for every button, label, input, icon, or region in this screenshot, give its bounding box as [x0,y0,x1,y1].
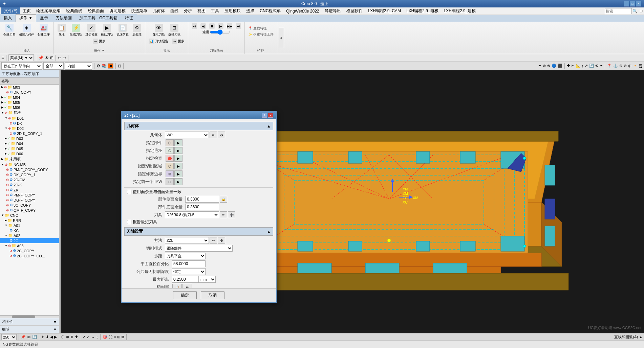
anim-play-btn[interactable]: ▶ [217,23,225,29]
bt-icon-10[interactable]: ⊗ [70,335,73,339]
specify-part-btn-2[interactable]: ▶ [174,139,183,146]
tree-item-a01[interactable]: ▼ 📁 A01 [0,223,59,228]
tree-item-3c-copy[interactable]: ⊘ ⚙ 3C_COPY [0,203,59,208]
sec-icon-4[interactable]: 🔵 [552,64,556,68]
close-button[interactable]: × [636,1,641,6]
bottom-stock-input[interactable] [185,204,219,210]
grid-icon[interactable]: ⊞ [50,55,53,60]
tree-item-qm-f-copy[interactable]: ⊘ ⚙ QM-F_COPY [0,208,59,213]
menu-item-view[interactable]: 视图 [195,7,208,15]
expand-nc-mb[interactable]: ▼ [1,163,4,166]
specify-trim-btn-1[interactable]: ⊞ [166,170,174,177]
dialog-confirm-button[interactable]: 确定 [173,291,197,299]
anim-stop-btn[interactable]: ⏹ [208,23,216,29]
bt-icon-20[interactable]: ⧉ [122,335,124,339]
menu-item-lxh-cam[interactable]: LXH编程2.9_CAM [365,7,404,15]
tree-item-dk-copy-1[interactable]: ⊘ ⚙ DK_COPY_1 [0,172,59,177]
menu-item-import[interactable]: 导进导出 [322,7,344,15]
tree-item-2c-copy-co[interactable]: ⊘ ⚙ 2C_COPY_CO... [0,253,59,258]
tree-item-d02[interactable]: ▼ ⊘ 📁 D02 [0,126,59,131]
menu-item-analysis[interactable]: 分析 [181,7,195,15]
menu-item-lxh-edm[interactable]: LXH编程2.9_电极 [404,7,441,15]
rtab-operate[interactable]: 操作 ▼ [16,14,36,22]
bt-icon-7[interactable]: ▶ [54,335,57,339]
tree-item-m05[interactable]: ▶ ✓ 📁 M05 [0,100,59,105]
sec-icon-5[interactable]: ⬛ [558,64,562,68]
specify-cut-btn-1[interactable]: ⬡ [166,163,174,169]
method-select[interactable]: ZZL [165,237,209,244]
expand-weiyong[interactable]: ▶ [1,158,3,161]
specify-cut-btn-2[interactable]: ▶ [174,163,183,169]
cut-level-btn-2[interactable]: ✏ [183,284,192,288]
bt-icon-12[interactable]: ↗ [82,335,85,339]
menu-item-moldsoftware[interactable]: 模圣软件 [344,7,365,15]
dialog-help-button[interactable]: ? [262,113,267,118]
zoom-select[interactable]: 250 [1,334,17,340]
tree-item-dg-f-copy[interactable]: ⊘ ⚙ DG-F_COPY [0,198,59,203]
max-depth-unit-select[interactable]: mm [199,276,216,283]
menu-item-appmodule[interactable]: 应用模块 [222,7,243,15]
expand-d02[interactable]: ▼ [5,127,7,130]
undo-icon[interactable]: ↩ [58,55,61,60]
anim-end-btn[interactable]: ⏭ [234,23,242,29]
geometry-settings-btn[interactable]: ⚙ [218,132,225,138]
specify-trim-btn-2[interactable]: ▶ [174,170,183,177]
expand-d03[interactable]: ▶ [5,137,7,140]
anim-forward-btn[interactable]: ▶▶ [226,23,234,29]
create-tool-btn[interactable]: 🔧 创建刀具 [2,23,17,38]
sec-icon-r1[interactable]: ✚ [567,64,570,68]
geometry-select[interactable]: WP [165,132,209,138]
sec-color-icon[interactable]: ■ [108,63,113,69]
tree-item-rrr[interactable]: ▶ 📁 RRR [0,218,59,223]
tree-item-cnc[interactable]: ▼ 📁 CNC [0,213,59,218]
expand-d05[interactable]: ▶ [5,147,7,150]
step-select[interactable]: 刀具平直 [165,253,206,259]
specify-part-btn-1[interactable]: ⬡ [166,139,174,146]
tree-area[interactable]: ▶ ⊘ 📁 M03 ⊘ ⚙ DK_COPY ▶ ✓ 📁 M04 ▶ ✓ [0,85,59,315]
ribbon-more-btn[interactable]: » [279,28,284,48]
menu-select[interactable]: 菜单(M) ▼ [8,54,34,61]
bt-icon-3[interactable]: 🔄 [32,335,37,339]
bt-icon-19[interactable]: ⊞ [117,335,120,339]
menu-item-cnc[interactable]: CNC程式单 [257,7,283,15]
tree-item-d05[interactable]: ▶ ✓ 📁 D05 [0,146,59,151]
menu-item-geometry[interactable]: 几何体 [150,7,168,15]
minimize-button[interactable]: － [624,1,629,6]
sec-icon-2[interactable]: ⊕ [543,64,546,68]
cut-level-btn-1[interactable]: 📋 [172,284,182,288]
footer-details[interactable]: 细节 ▼ [0,326,59,333]
sec-icon-r4[interactable]: ↕ [582,64,584,68]
sec-icon-r3[interactable]: 📐 [576,64,580,68]
anim-back-btn[interactable]: ⏮ [190,23,198,29]
sec-icon-r7[interactable]: ⟲ [595,64,598,68]
specify-ipw-btn-1[interactable]: ◻ [166,178,174,185]
sec-display-icon[interactable]: ⊡ [118,64,121,68]
bt-icon-5[interactable]: ⬇ [46,335,49,339]
tree-item-d03[interactable]: ▶ ✓ 📁 D03 [0,136,59,141]
expand-d04[interactable]: ▶ [5,142,7,145]
tree-item-zk[interactable]: ⊘ ⚙ ZK [0,187,59,192]
checkbox-report-tool[interactable] [127,220,131,224]
menu-item-lxh-build[interactable]: LXH编程2.9_建模 [441,7,479,15]
method-edit-btn[interactable]: ✏ [210,237,217,244]
expand-diban[interactable]: ▼ [1,111,4,114]
simulate-btn[interactable]: ▶ 确认刀轨 [100,23,114,38]
more-op-btn[interactable]: ⋯ 更多 [91,38,107,44]
tree-item-diban[interactable]: ▼ ⊘ 📁 底板 [0,110,59,116]
tree-item-dk[interactable]: ⊘ ⚙ DK [0,121,59,126]
sec-icon-r5[interactable]: ↗ [585,64,588,68]
menu-item-home[interactable]: 主页 [20,7,34,15]
tree-item-m04[interactable]: ▶ ✓ 📁 M04 [0,95,59,100]
sec-icon-1[interactable]: ✦ [538,64,541,68]
expand-m03[interactable]: ▶ [1,86,3,89]
tree-item-d01[interactable]: ▼ ⊘ 📁 D01 [0,116,59,121]
sec-icon-rr7[interactable]: ⛓ [639,64,643,68]
verify-btn[interactable]: ✓ 过切检查 [84,23,99,38]
rtab-features[interactable]: 特征 [121,14,137,22]
sec-icon-r8[interactable]: ✦ [600,64,603,68]
menu-item-classic-curve[interactable]: 经典曲线 [63,7,85,15]
specify-ipw-btn-2[interactable]: ▶ [174,178,183,185]
tree-item-m03[interactable]: ▶ ⊘ 📁 M03 [0,85,59,90]
specify-check-btn-2[interactable]: ▶ [174,155,183,162]
specify-blank-btn-1[interactable]: ⬡ [166,147,174,154]
